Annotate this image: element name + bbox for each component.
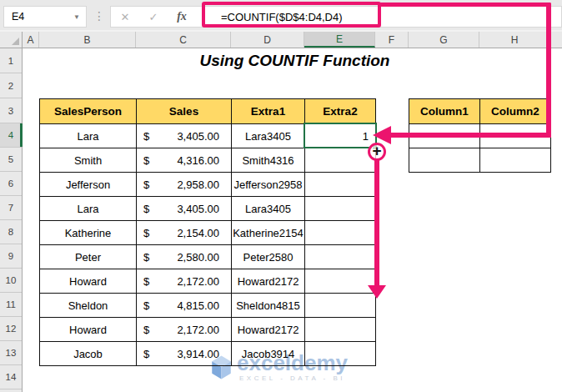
header-extra1[interactable]: Extra1	[232, 99, 305, 124]
cell-extra2[interactable]	[305, 342, 376, 366]
row-header-6[interactable]: 6	[0, 172, 22, 196]
column-header-c[interactable]: C	[136, 32, 231, 48]
cell-sales[interactable]: $4,316.00	[137, 148, 232, 173]
cell-sales[interactable]: $2,580.00	[137, 245, 232, 269]
cell-extra2[interactable]	[305, 221, 376, 245]
header-column1[interactable]: Column1	[409, 99, 480, 124]
table-row: Peter $2,580.00 Peter2580	[40, 245, 376, 269]
cell-sales[interactable]: $3,914.00	[137, 342, 232, 366]
cell-salesperson[interactable]: Peter	[40, 245, 137, 269]
header-sales[interactable]: Sales	[137, 99, 232, 124]
cell-extra2[interactable]	[305, 197, 376, 221]
cell-empty[interactable]	[409, 148, 480, 173]
amount: 2,172.00	[177, 324, 219, 336]
cell-salesperson[interactable]: Howard	[40, 269, 137, 294]
currency-symbol: $	[143, 203, 149, 215]
cell-extra2[interactable]	[305, 318, 376, 342]
table-row: Jefferson $2,958.00 Jefferson2958	[40, 173, 376, 197]
row-header-4[interactable]: 4	[0, 123, 22, 148]
cell-extra1[interactable]: Howard2172	[232, 269, 305, 294]
cell-sales[interactable]: $3,405.00	[137, 197, 232, 221]
cell-salesperson[interactable]: Katherine	[40, 221, 137, 245]
cell-salesperson[interactable]: Howard	[40, 318, 137, 342]
cell-extra2-active[interactable]: 1	[305, 124, 376, 148]
cell-extra1[interactable]: Smith4316	[232, 148, 305, 173]
sales-table: SalesPerson Sales Extra1 Extra2 Lara $3,…	[39, 98, 376, 366]
table-header-row: SalesPerson Sales Extra1 Extra2	[40, 99, 376, 124]
row-header-2[interactable]: 2	[0, 73, 22, 98]
cell-extra1[interactable]: Katherine2154	[232, 221, 305, 245]
cell-sales[interactable]: $4,815.00	[137, 294, 232, 318]
currency-symbol: $	[143, 299, 149, 312]
cell-sales[interactable]: $3,405.00	[137, 124, 232, 148]
column-header-h[interactable]: H	[479, 32, 550, 48]
currency-symbol: $	[143, 154, 149, 167]
cell-empty[interactable]	[480, 148, 551, 173]
cell-extra2[interactable]	[305, 269, 376, 294]
currency-symbol: $	[143, 227, 149, 239]
formula-input[interactable]: ✕ ✓ fx =COUNTIF($D$4:D4,D4)	[110, 6, 562, 28]
cell-sales[interactable]: $2,958.00	[137, 173, 232, 197]
cell-extra1[interactable]: Lara3405	[232, 124, 305, 148]
cell-extra1[interactable]: Jacob3914	[232, 342, 305, 366]
cell-empty[interactable]	[480, 124, 551, 148]
row-header-8[interactable]: 8	[0, 220, 22, 244]
cell-extra1[interactable]: Jefferson2958	[232, 173, 305, 197]
row-header-5[interactable]: 5	[0, 148, 22, 172]
confirm-icon[interactable]: ✓	[139, 11, 168, 23]
column-header-b[interactable]: B	[39, 32, 136, 48]
cell-salesperson[interactable]: Jefferson	[40, 173, 137, 197]
column-header-filler	[550, 32, 562, 48]
row-header-11[interactable]: 11	[0, 293, 22, 317]
row-header-9[interactable]: 9	[0, 244, 22, 269]
formula-text[interactable]: =COUNTIF($D$4:D4,D4)	[221, 11, 343, 23]
select-all-corner[interactable]	[0, 32, 23, 48]
row-headers: 1 2 3 4 5 6 7 8 9 10 11 12 13 14	[0, 48, 23, 392]
cell-salesperson[interactable]: Smith	[40, 148, 137, 173]
currency-symbol: $	[143, 275, 149, 288]
header-column2[interactable]: Column2	[480, 99, 551, 124]
cell-sales[interactable]: $2,154.00	[137, 221, 232, 245]
cell-sales[interactable]: $2,172.00	[137, 318, 232, 342]
amount: 2,958.00	[177, 178, 219, 191]
cell-extra1[interactable]: Peter2580	[232, 245, 305, 269]
cell-extra2[interactable]	[305, 245, 376, 269]
amount: 2,154.00	[177, 227, 219, 239]
column-header-g[interactable]: G	[409, 32, 479, 48]
row-header-1[interactable]: 1	[0, 48, 22, 73]
cell-salesperson[interactable]: Lara	[40, 197, 137, 221]
column-header-d[interactable]: D	[231, 32, 304, 48]
cell-salesperson[interactable]: Sheldon	[40, 294, 137, 318]
fill-handle[interactable]	[372, 144, 378, 150]
amount: 3,405.00	[177, 203, 219, 215]
watermark-tagline: EXCEL - DATA - BI	[239, 374, 345, 382]
cell-salesperson[interactable]: Jacob	[40, 342, 137, 366]
column-header-e[interactable]: E	[304, 32, 375, 48]
row-header-10[interactable]: 10	[0, 269, 22, 293]
cell-extra2[interactable]	[305, 294, 376, 318]
header-salesperson[interactable]: SalesPerson	[40, 99, 137, 124]
cell-extra1[interactable]: Lara3405	[232, 197, 305, 221]
cell-sales[interactable]: $2,172.00	[137, 269, 232, 294]
row-header-7[interactable]: 7	[0, 196, 22, 220]
row-header-13[interactable]: 13	[0, 341, 22, 365]
header-extra2[interactable]: Extra2	[305, 99, 376, 124]
column-header-a[interactable]: A	[23, 32, 39, 48]
name-box[interactable]: E4 ▼	[3, 6, 87, 28]
row-header-3[interactable]: 3	[0, 98, 22, 123]
row-header-14[interactable]: 14	[0, 365, 22, 389]
insert-function-icon[interactable]: fx	[168, 10, 196, 23]
cell-extra2[interactable]	[305, 148, 376, 173]
cell-extra1[interactable]: Howard2172	[232, 318, 305, 342]
cell-extra2[interactable]	[305, 173, 376, 197]
cell-extra1[interactable]: Sheldon4815	[232, 294, 305, 318]
amount: 2,172.00	[177, 275, 219, 288]
name-box-dropdown-icon[interactable]: ▼	[73, 13, 86, 21]
cell-salesperson[interactable]: Lara	[40, 124, 137, 148]
column-header-f[interactable]: F	[375, 32, 409, 48]
row-header-12[interactable]: 12	[0, 317, 22, 341]
formula-bar-separator-dots-icon[interactable]: ⋮	[93, 7, 103, 25]
cell-empty[interactable]	[409, 124, 480, 148]
table-row: Howard $2,172.00 Howard2172	[40, 318, 376, 342]
cancel-icon[interactable]: ✕	[111, 11, 139, 23]
